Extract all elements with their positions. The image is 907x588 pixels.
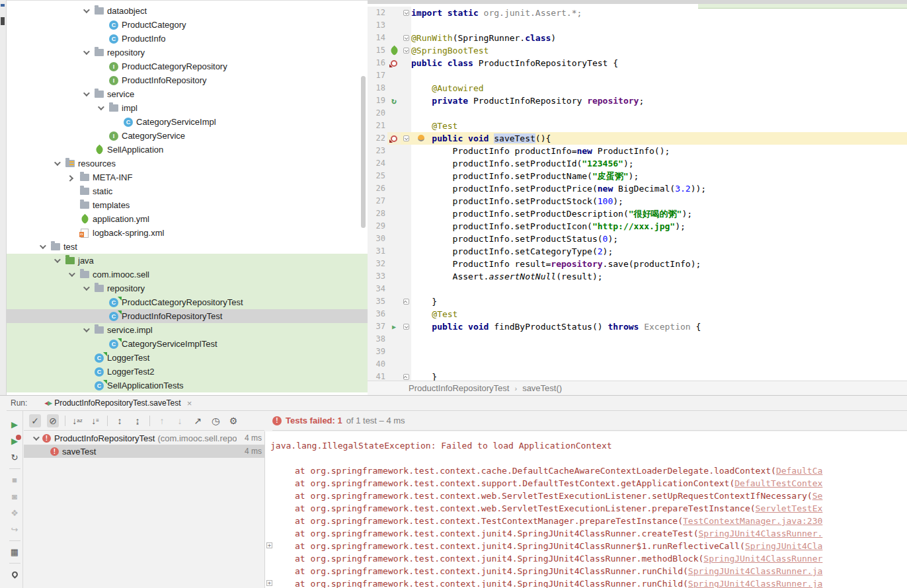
export-test-results-button[interactable]: ↗ — [192, 414, 204, 427]
chevron-expanded-icon[interactable] — [63, 272, 78, 277]
tree-item-CategoryServiceImpl[interactable]: CCategoryServiceImpl — [7, 115, 368, 129]
code-line-38[interactable]: 38 — [368, 333, 907, 346]
fold-expand-icon[interactable]: + — [266, 580, 272, 586]
tree-item-CategoryServiceImplTest[interactable]: CCategoryServiceImplTest — [7, 337, 368, 351]
show-passed-button[interactable]: ✓ — [29, 414, 41, 427]
toggle-auto-test-button[interactable]: ↻ — [7, 449, 22, 466]
take-screenshot-button[interactable]: ◙ — [7, 488, 22, 505]
close-icon[interactable]: × — [187, 398, 192, 408]
code-line-17[interactable]: 17 — [368, 69, 907, 82]
tree-item-templates[interactable]: templates — [7, 198, 368, 212]
tree-item-impl[interactable]: impl — [7, 101, 368, 115]
tree-item-SellApplicationTests[interactable]: CSellApplicationTests — [7, 379, 368, 392]
breadcrumb-class[interactable]: ProductInfoRepositoryTest — [409, 383, 509, 393]
tree-item-ProductInfoRepository[interactable]: IProductInfoRepository — [7, 73, 368, 87]
code-line-32[interactable]: 32 ProductInfo result=repository.save(pr… — [368, 258, 907, 270]
code-line-20[interactable]: 20 — [368, 107, 907, 120]
code-line-22[interactable]: 22 public void saveTest(){ — [368, 132, 907, 145]
tree-item-repository[interactable]: repository — [7, 46, 368, 59]
code-line-39[interactable]: 39 — [368, 346, 907, 358]
chevron-expanded-icon[interactable] — [78, 328, 93, 332]
run-tab[interactable]: ◀▶ ProductInfoRepositoryTest.saveTest × — [39, 396, 197, 411]
fold-collapse-icon[interactable] — [403, 324, 409, 330]
code-line-33[interactable]: 33 Assert.assertNotNull(result); — [368, 270, 907, 283]
code-line-14[interactable]: 14@RunWith(SpringRunner.class) — [368, 32, 907, 44]
dump-threads-button[interactable]: ❖ — [7, 505, 22, 521]
fold-collapse-icon[interactable] — [403, 135, 409, 141]
stop-button[interactable]: ■ — [7, 472, 22, 488]
console-output[interactable]: java.lang.IllegalStateException: Failed … — [264, 431, 907, 588]
sort-alphabetically-button[interactable]: ↓az — [71, 414, 83, 427]
code-line-37[interactable]: 37▶ public void findByProductStatus() th… — [368, 320, 907, 333]
code-line-19[interactable]: 19↻ private ProductInfoRepository reposi… — [368, 94, 907, 107]
tree-item-logback-spring.xml[interactable]: logback-spring.xml — [7, 226, 368, 240]
test-tree-item-saveTest[interactable]: !saveTest4 ms — [24, 445, 264, 458]
spring-bean-icon[interactable]: ↻ — [391, 96, 397, 106]
stacktrace-link[interactable]: TestContextManager.java:230 — [683, 516, 822, 526]
test-failed-icon[interactable] — [391, 135, 397, 142]
tree-item-dataobject[interactable]: dataobject — [7, 4, 368, 18]
code-line-26[interactable]: 26 productInfo.setProductPrice(new BigDe… — [368, 182, 907, 195]
code-line-31[interactable]: 31 productInfo.setCategoryType(2); — [368, 245, 907, 258]
fold-end-icon[interactable] — [403, 299, 409, 305]
tree-item-service.impl[interactable]: service.impl — [7, 323, 368, 337]
code-line-29[interactable]: 29 productInfo.setProductIcon("http://xx… — [368, 220, 907, 233]
chevron-expanded-icon[interactable] — [28, 436, 42, 441]
chevron-expanded-icon[interactable] — [34, 244, 49, 249]
code-line-13[interactable]: 13 — [368, 19, 907, 32]
code-line-24[interactable]: 24 productInfo.setProductId("123456"); — [368, 157, 907, 170]
sort-by-duration-button[interactable]: ↓≡ — [89, 414, 101, 427]
code-line-12[interactable]: 12import static org.junit.Assert.*; — [368, 7, 907, 19]
fold-collapse-icon[interactable] — [403, 35, 409, 41]
fold-collapse-icon[interactable] — [403, 48, 409, 54]
stacktrace-link[interactable]: SpringJUnit4ClassRunner. — [698, 529, 822, 538]
tree-item-ProductCategory[interactable]: CProductCategory — [7, 18, 368, 32]
code-line-23[interactable]: 23 ProductInfo productInfo=new ProductIn… — [368, 145, 907, 157]
code-line-30[interactable]: 30 productInfo.setProductStatus(0); — [368, 233, 907, 245]
rerun-button[interactable]: ▶ — [7, 416, 22, 433]
chevron-expanded-icon[interactable] — [78, 50, 93, 55]
tree-item-CategoryService[interactable]: ICategoryService — [7, 129, 368, 143]
stacktrace-link[interactable]: ServletTestEx — [756, 503, 823, 513]
chevron-expanded-icon[interactable] — [93, 106, 107, 110]
collapse-all-button[interactable]: ↨ — [132, 414, 143, 427]
tree-item-META-INF[interactable]: META-INF — [7, 170, 368, 184]
fold-end-icon[interactable] — [403, 374, 409, 380]
tree-item-java[interactable]: java — [7, 254, 368, 268]
exit-button[interactable]: ↪ — [7, 521, 22, 538]
stacktrace-link[interactable]: DefaultCa — [776, 466, 822, 476]
code-line-16[interactable]: 16public class ProductInfoRepositoryTest… — [368, 57, 907, 69]
expand-all-button[interactable]: ↕ — [114, 414, 126, 427]
stacktrace-link[interactable]: SpringJUnit4ClassRunner.ja — [688, 579, 823, 588]
tree-item-LoggerTest2[interactable]: CLoggerTest2 — [7, 365, 368, 379]
stacktrace-link[interactable]: DefaultTestContex — [734, 478, 822, 488]
code-line-34[interactable]: 34 — [368, 283, 907, 295]
stacktrace-link[interactable]: SpringJUnit4ClassRunner — [703, 554, 822, 564]
tree-item-ProductCategoryRepository[interactable]: IProductCategoryRepository — [7, 59, 368, 73]
tree-item-SellApplication[interactable]: SellApplication — [7, 143, 368, 157]
code-line-35[interactable]: 35 } — [368, 295, 907, 308]
tree-item-com.imooc.sell[interactable]: com.imooc.sell — [7, 268, 368, 281]
show-ignored-button[interactable]: ⊘ — [47, 414, 59, 427]
code-area[interactable]: 12import static org.junit.Assert.*;1314@… — [368, 7, 907, 383]
tree-item-static[interactable]: static — [7, 184, 368, 198]
code-line-18[interactable]: 18 @Autowired — [368, 82, 907, 94]
tree-item-repository[interactable]: repository — [7, 281, 368, 295]
tree-item-ProductCategoryRepositoryTest[interactable]: CProductCategoryRepositoryTest — [7, 295, 368, 309]
stacktrace-link[interactable]: SpringJUnit4Cla — [745, 541, 822, 551]
tree-item-test[interactable]: test — [7, 240, 368, 254]
tree-item-application.yml[interactable]: application.yml — [7, 212, 368, 226]
fold-collapse-icon[interactable] — [403, 10, 409, 16]
fold-expand-icon[interactable]: + — [266, 542, 272, 548]
chevron-collapsed-icon[interactable] — [63, 175, 78, 180]
code-line-27[interactable]: 27 productInfo.setProductStock(100); — [368, 195, 907, 207]
project-tree-scrollbar[interactable] — [361, 76, 366, 228]
test-failed-icon[interactable] — [391, 60, 397, 67]
restore-layout-button[interactable]: ▦ — [7, 544, 22, 560]
code-line-25[interactable]: 25 productInfo.setProductName("皮蛋粥"); — [368, 170, 907, 182]
chevron-expanded-icon[interactable] — [49, 258, 63, 263]
chevron-expanded-icon[interactable] — [78, 286, 93, 291]
intention-bulb-icon[interactable] — [418, 135, 424, 141]
tree-item-ProductInfoRepositoryTest[interactable]: CProductInfoRepositoryTest — [7, 309, 368, 323]
stacktrace-link[interactable]: Se — [812, 491, 823, 501]
